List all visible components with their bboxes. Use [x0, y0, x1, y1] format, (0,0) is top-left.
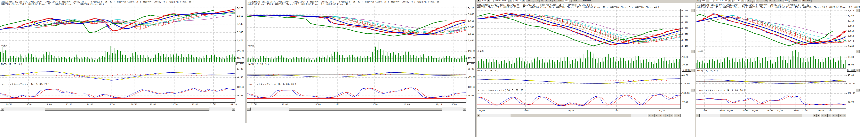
macd-axis-label: -15.00: [468, 76, 475, 78]
price-axis-label: 8,810: [848, 9, 854, 12]
pane-collapse-button[interactable]: ▼: [691, 9, 695, 12]
time-axis-label: 11/09: [752, 109, 758, 112]
chart-tool-button-6[interactable]: ✕: [839, 114, 842, 117]
price-axis-label: 8,660: [468, 13, 474, 15]
price-axis-label: 8,660: [848, 25, 854, 27]
time-axis-label: 18:40: [131, 103, 137, 106]
scroll-right-button[interactable]: ▶: [463, 107, 466, 110]
scroll-left-button[interactable]: ◀: [477, 114, 480, 117]
price-axis-label: 8,595: [237, 6, 243, 9]
time-axis-label: 09:20: [6, 103, 12, 106]
pane-collapse-button[interactable]: ▼: [691, 69, 695, 72]
scrollbar-thumb[interactable]: [289, 107, 442, 110]
chart-tool-button-3[interactable]: L: [828, 114, 831, 117]
price-axis-label: 8,560: [848, 35, 854, 37]
scrollbar-track[interactable]: [4, 107, 232, 110]
volume-axis-label: 195.00: [468, 57, 475, 60]
price-axis-label: 8,760: [848, 14, 854, 17]
chart-workspace: 日経225mini 11/12( 5分, 2011/11/10 - 2011/1…: [0, 0, 868, 137]
chart-window-5min: 日経225mini 11/12( 5分, 2011/11/10 - 2011/1…: [0, 0, 246, 112]
volume-bars: [476, 50, 680, 68]
chart-tool-button-5[interactable]: ◎: [670, 114, 673, 117]
macd-pane-label: MACD( 12, 26, 9 ): [697, 70, 718, 72]
chart-canvas: [247, 0, 475, 112]
chart-window-60min: ▼先物▼日経225mini▼11/12▼足ティ分日週月年本数300▲▼適用複数銘…: [696, 0, 860, 118]
time-axis-label: 11/12: [827, 109, 834, 112]
stoch-pane-label: スロー・ストキャスティクス( 14, 3, 80, 20 ): [1, 83, 50, 86]
ichimoku-lagging-span: [247, 16, 446, 36]
scroll-right-button[interactable]: ▶: [813, 114, 816, 117]
scroll-right-button[interactable]: ▶: [232, 107, 235, 110]
chart-tool-button-7[interactable]: ▸: [677, 114, 681, 117]
pane-collapse-button[interactable]: ▼: [856, 9, 860, 12]
scroll-right-button[interactable]: ▶: [648, 114, 651, 117]
chart-window-30min: ▼先物▼日経225mini▼11/12▼足ティ分日週月年本数300▲▼適用複数銘…: [476, 0, 695, 118]
price-axis-label: 8,720: [682, 15, 688, 18]
macd-pane-label: MACD( 12, 26, 9 ): [1, 63, 22, 65]
scrollbar-track[interactable]: [251, 107, 463, 110]
volume-pane-label: 出来高: [477, 50, 484, 53]
horizontal-scrollbar[interactable]: ◀▶: [247, 107, 466, 110]
stoch-k-line: [696, 96, 846, 105]
time-axis-label: 20:00: [150, 103, 156, 106]
chart-tool-button-4[interactable]: R: [832, 114, 835, 117]
macd-histogram: [0, 74, 235, 77]
horizontal-scrollbar[interactable]: ◀▶+−DLR◎✕▸: [696, 114, 846, 117]
price-axis-label: 8,460: [468, 39, 474, 42]
macd-pane-label: MACD( 12, 26, 9 ): [477, 70, 498, 72]
pane-collapse-button[interactable]: ▼: [856, 69, 860, 72]
time-axis-label: 22:40: [192, 103, 198, 106]
scroll-left-button[interactable]: ◀: [0, 107, 4, 110]
chart-tool-button-2[interactable]: D: [824, 114, 828, 117]
pane-collapse-button[interactable]: ▼: [691, 89, 695, 92]
volume-bars: [247, 42, 467, 62]
time-axis-label: 12:00: [45, 103, 52, 106]
scrollbar-track[interactable]: [480, 114, 648, 117]
time-axis-label: 21:20: [172, 103, 178, 106]
chart-tool-button-1[interactable]: −: [820, 114, 824, 117]
scrollbar-thumb[interactable]: [45, 107, 209, 110]
scrollbar-thumb[interactable]: [720, 114, 802, 117]
volume-axis-label: 50.00: [682, 56, 688, 58]
scrollbar-track[interactable]: [700, 114, 813, 117]
chart-tool-button-4[interactable]: R: [666, 114, 670, 117]
time-axis-label: 12:00: [371, 103, 378, 106]
macd-axis-label: 40.00: [682, 74, 688, 76]
pane-collapse-button[interactable]: ▼: [856, 89, 860, 92]
chart-tool-button-2[interactable]: D: [659, 114, 662, 117]
chart-tool-button-5[interactable]: ◎: [835, 114, 839, 117]
volume-unit-box: × 1000: [847, 69, 856, 72]
stoch-k-line: [477, 94, 681, 106]
chart-tool-button-0[interactable]: +: [651, 114, 655, 117]
time-axis-label: 11/10: [777, 109, 783, 112]
chart-tool-button-7[interactable]: ▸: [843, 114, 846, 117]
horizontal-scrollbar[interactable]: ◀▶: [0, 107, 235, 110]
macd-pane-label: MACD( 12, 26, 9 ): [248, 63, 269, 65]
stoch-axis-label: 100.00: [468, 86, 475, 88]
volume-axis-label: 35.00: [848, 64, 854, 66]
horizontal-scrollbar[interactable]: ◀▶+−DLR◎✕▸: [477, 114, 681, 117]
price-axis-label: 8,710: [848, 20, 854, 22]
price-axis-label: 8,475: [237, 39, 243, 42]
time-axis-label: 11/09: [522, 109, 529, 112]
pane-collapse-button[interactable]: ▼: [691, 50, 695, 53]
price-axis-label: 8,560: [468, 26, 474, 29]
price-axis-label: 8,710: [468, 6, 474, 9]
pane-collapse-button[interactable]: ▼: [856, 50, 860, 53]
chart-tool-button-1[interactable]: −: [655, 114, 658, 117]
time-axis-label: 20:00: [404, 103, 410, 106]
stoch-pane-label: スロー・ストキャスティクス( 14, 3, 80, 20 ): [248, 83, 296, 86]
scroll-left-button[interactable]: ◀: [247, 107, 251, 110]
chart-tool-button-3[interactable]: L: [662, 114, 666, 117]
volume-axis-label: 85.00: [848, 56, 854, 58]
scroll-left-button[interactable]: ◀: [696, 114, 700, 117]
volume-unit-box: × 100: [467, 62, 475, 65]
chart-tool-button-6[interactable]: ✕: [673, 114, 677, 117]
price-axis-label: 8,570: [682, 33, 688, 35]
price-axis-label: 8,620: [682, 27, 688, 30]
stoch-axis-label: 40.00: [237, 95, 243, 97]
window-separator: [246, 0, 247, 123]
time-axis-label: 10:40: [25, 103, 31, 106]
scrollbar-thumb[interactable]: [510, 114, 631, 117]
chart-tool-button-0[interactable]: +: [817, 114, 820, 117]
